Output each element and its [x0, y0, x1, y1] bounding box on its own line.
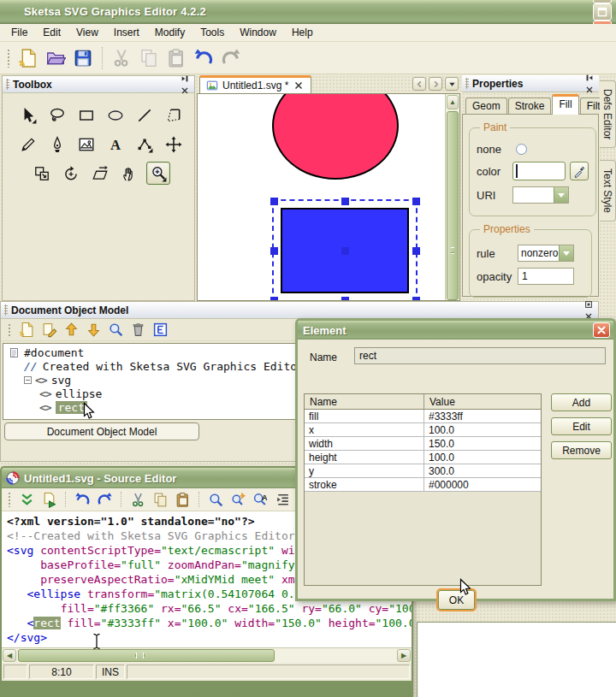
selection-handle[interactable]: [270, 198, 278, 205]
fill-color-swatch[interactable]: [512, 162, 566, 180]
minimize-button[interactable]: [593, 0, 612, 3]
dom-bottom-tab[interactable]: Document Object Model: [4, 422, 199, 440]
new-button[interactable]: [15, 44, 42, 72]
menu-view[interactable]: View: [68, 25, 106, 40]
vertical-scrollbar[interactable]: ▲: [445, 94, 459, 300]
panel-grip[interactable]: [4, 304, 8, 316]
refresh-button[interactable]: [15, 489, 38, 510]
combine-tool[interactable]: [30, 162, 54, 185]
edit-button[interactable]: Edit: [551, 417, 612, 435]
toolbar-grip[interactable]: [7, 49, 11, 68]
down-button[interactable]: [82, 320, 104, 340]
column-header-value[interactable]: Value: [424, 394, 541, 409]
selection-handle[interactable]: [412, 247, 420, 255]
menu-modify[interactable]: Modify: [147, 25, 192, 40]
dock-right-button[interactable]: [583, 72, 595, 84]
zoom-tool[interactable]: [146, 162, 170, 185]
panel-grip[interactable]: [465, 78, 469, 89]
undo-button[interactable]: [190, 44, 217, 72]
horizontal-scrollbar[interactable]: ◀ ▶: [2, 647, 412, 663]
opacity-field[interactable]: 1: [518, 268, 574, 285]
paste-button[interactable]: [171, 489, 193, 510]
cut-button[interactable]: [127, 489, 149, 510]
lasso-tool[interactable]: [45, 103, 69, 127]
save-button[interactable]: [69, 44, 97, 72]
trash-button[interactable]: [127, 320, 149, 340]
search-a-button[interactable]: A: [249, 489, 271, 510]
close-button[interactable]: [583, 84, 595, 96]
scroll-up-icon[interactable]: ▲: [447, 95, 459, 109]
pen-tool[interactable]: [45, 133, 69, 156]
open-button[interactable]: [42, 44, 69, 72]
attribute-row[interactable]: fill#3333ff: [305, 410, 541, 423]
nav-right-button[interactable]: [429, 77, 442, 91]
scrollbar-thumb[interactable]: [447, 111, 459, 300]
rotate-tool[interactable]: [59, 162, 83, 185]
run-button[interactable]: [38, 489, 60, 510]
nav-left-button[interactable]: [412, 77, 426, 91]
attribute-row[interactable]: height100.0: [305, 451, 541, 464]
menu-help[interactable]: Help: [284, 25, 321, 40]
none-radio[interactable]: [516, 144, 527, 155]
scroll-left-icon[interactable]: ◀: [3, 649, 16, 662]
edit-button[interactable]: [38, 320, 60, 340]
redo-button[interactable]: [93, 489, 116, 510]
menu-file[interactable]: File: [3, 25, 35, 40]
attribute-row[interactable]: y300.0: [305, 464, 541, 478]
copy-button[interactable]: [149, 489, 171, 510]
add-button[interactable]: Add: [551, 393, 612, 411]
ellipse-shape[interactable]: [272, 94, 399, 180]
scrollbar-thumb[interactable]: [18, 649, 275, 662]
dropdown-button[interactable]: [445, 77, 459, 91]
ebox-button[interactable]: [149, 320, 171, 340]
tab-geom[interactable]: Geom: [465, 97, 507, 115]
text-tool[interactable]: A: [104, 133, 127, 156]
selection-handle[interactable]: [341, 198, 349, 205]
chevron-down-icon[interactable]: [554, 187, 568, 203]
indent-button[interactable]: [271, 489, 293, 510]
tab-stroke[interactable]: Stroke: [508, 97, 552, 115]
attribute-row[interactable]: width150.0: [305, 437, 541, 451]
restore-button[interactable]: [582, 298, 595, 310]
selection-handle[interactable]: [412, 198, 420, 205]
search-next-button[interactable]: [227, 489, 249, 510]
rule-dropdown[interactable]: nonzero: [518, 245, 574, 262]
line-tool[interactable]: [133, 103, 157, 127]
panel-grip[interactable]: [6, 79, 9, 90]
menu-tools[interactable]: Tools: [192, 25, 232, 40]
image-tool[interactable]: [74, 133, 98, 156]
attribute-row[interactable]: x100.0: [305, 423, 541, 437]
selection-handle[interactable]: [270, 247, 278, 255]
toolbar-grip[interactable]: [8, 492, 12, 507]
side-tab-text-style[interactable]: Text Style: [600, 160, 616, 222]
up-button[interactable]: [60, 320, 82, 340]
search-button[interactable]: [104, 320, 127, 340]
tab-fill[interactable]: Fill: [552, 94, 578, 115]
pencil-tool[interactable]: [16, 133, 40, 156]
maximize-button[interactable]: [593, 3, 612, 21]
element-name-field[interactable]: rect: [354, 347, 606, 364]
ellipse-tool[interactable]: [104, 103, 127, 127]
remove-button[interactable]: Remove: [551, 441, 612, 459]
move-tool[interactable]: [162, 133, 186, 156]
drawing-canvas[interactable]: ▲: [197, 94, 460, 301]
hand-tool[interactable]: [117, 162, 141, 185]
side-tab-defs-editor[interactable]: Defs Editor: [600, 80, 616, 148]
menu-insert[interactable]: Insert: [106, 25, 147, 40]
new-button[interactable]: [15, 320, 38, 340]
attribute-row[interactable]: stroke#000000: [305, 478, 541, 492]
close-button[interactable]: [178, 85, 191, 97]
toolbar-grip[interactable]: [8, 323, 12, 337]
uri-dropdown[interactable]: [512, 186, 569, 204]
menu-edit[interactable]: Edit: [35, 25, 68, 40]
color-picker-button[interactable]: [570, 162, 589, 180]
scroll-right-icon[interactable]: ▶: [397, 649, 411, 662]
ok-button[interactable]: OK: [438, 590, 475, 610]
chevron-down-icon[interactable]: [559, 245, 573, 261]
dialog-close-button[interactable]: [593, 322, 610, 338]
collapse-icon[interactable]: −: [24, 376, 32, 384]
selection-handle[interactable]: [341, 247, 349, 255]
dock-left-button[interactable]: [178, 73, 191, 85]
rectangle-tool[interactable]: [74, 103, 98, 127]
document-tab[interactable]: Untitled1.svg *: [199, 75, 311, 93]
